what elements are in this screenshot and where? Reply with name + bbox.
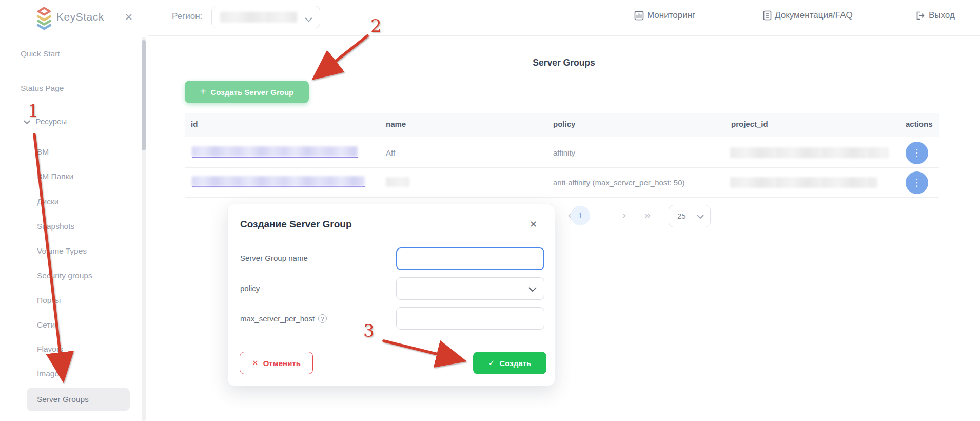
nav-logout[interactable]: Выход bbox=[915, 10, 955, 21]
sidebar-item-flavors[interactable]: Flavors bbox=[37, 345, 63, 354]
submit-create-button[interactable]: ✓ Создать bbox=[473, 352, 546, 374]
chevron-down-icon bbox=[528, 287, 537, 292]
page-size-value: 25 bbox=[677, 212, 686, 220]
sidebar-item-status-page[interactable]: Status Page bbox=[21, 84, 64, 93]
region-label: Регион: bbox=[172, 11, 202, 22]
cell-project-id-redacted bbox=[730, 177, 877, 188]
create-button-label: Создать Server Group bbox=[210, 88, 293, 97]
cell-name: Aff bbox=[386, 148, 395, 157]
sidebar-item-vm-folders[interactable]: ВМ Папки bbox=[37, 172, 73, 181]
field-label-server-group-name: Server Group name bbox=[240, 254, 308, 262]
column-header-name: name bbox=[386, 120, 406, 128]
pagination-next-icon[interactable]: › bbox=[622, 208, 626, 221]
chevron-down-icon bbox=[24, 117, 30, 126]
field-label-policy: policy bbox=[240, 284, 260, 293]
column-header-actions: actions bbox=[906, 120, 933, 128]
region-select[interactable] bbox=[211, 6, 320, 28]
row-actions-kebab-button[interactable]: ⋮ bbox=[906, 171, 928, 194]
max-server-per-host-input[interactable] bbox=[396, 307, 544, 330]
create-server-group-modal: Создание Server Group ✕ Server Group nam… bbox=[227, 204, 555, 386]
sidebar-item-ports[interactable]: Порты bbox=[37, 296, 61, 305]
sidebar-close-icon[interactable]: ✕ bbox=[125, 11, 133, 23]
id-link-redacted[interactable] bbox=[192, 146, 358, 158]
cancel-button-label: Отменить bbox=[263, 359, 301, 368]
document-icon bbox=[763, 10, 772, 21]
help-question-icon[interactable]: ? bbox=[318, 314, 327, 323]
region-value-redacted bbox=[220, 12, 297, 23]
column-header-project-id: project_id bbox=[731, 120, 768, 128]
cancel-button[interactable]: ✕ Отменить bbox=[240, 352, 313, 374]
table-header-row: id name policy project_id actions bbox=[185, 113, 939, 137]
table-row: Aff affinity ⋮ bbox=[185, 137, 939, 168]
cell-name-redacted bbox=[386, 177, 409, 187]
sidebar-group-resources[interactable]: Ресурсы bbox=[24, 117, 67, 126]
cell-policy: affinity bbox=[553, 148, 575, 157]
policy-select[interactable] bbox=[396, 277, 544, 300]
id-link-redacted[interactable] bbox=[192, 176, 365, 187]
sidebar-item-server-groups[interactable]: Server Groups bbox=[27, 388, 130, 411]
sidebar: KeyStack ✕ Quick Start Status Page Ресур… bbox=[0, 0, 148, 421]
chevron-down-icon bbox=[305, 15, 312, 24]
sidebar-item-vm[interactable]: ВМ bbox=[37, 147, 49, 157]
bar-chart-icon bbox=[634, 11, 644, 21]
create-server-group-button[interactable]: + Создать Server Group bbox=[185, 81, 309, 103]
modal-close-icon[interactable]: ✕ bbox=[530, 219, 537, 230]
sidebar-item-images[interactable]: Images bbox=[37, 369, 63, 378]
chevron-down-icon bbox=[697, 215, 704, 219]
cross-icon: ✕ bbox=[252, 358, 259, 368]
modal-title: Создание Server Group bbox=[240, 219, 352, 230]
pagination-last-icon[interactable]: » bbox=[644, 208, 651, 221]
sidebar-item-networks[interactable]: Сети bbox=[37, 320, 55, 330]
brand-title: KeyStack bbox=[56, 11, 104, 23]
keystack-logo-icon bbox=[36, 6, 52, 30]
nav-documentation[interactable]: Документация/FAQ bbox=[763, 10, 853, 21]
cell-policy: anti-affinity (max_server_per_host: 50) bbox=[553, 178, 685, 187]
sidebar-item-disks[interactable]: Диски bbox=[37, 197, 58, 206]
check-icon: ✓ bbox=[488, 358, 495, 368]
logout-icon bbox=[915, 11, 926, 21]
nav-monitoring-label: Мониторинг bbox=[647, 10, 695, 21]
cell-project-id-redacted bbox=[730, 147, 889, 158]
sidebar-item-security-groups[interactable]: Security groups bbox=[37, 271, 92, 280]
column-header-id: id bbox=[191, 120, 198, 128]
field-label-max-server-per-host: max_server_per_host ? bbox=[240, 314, 327, 323]
max-server-per-host-label-text: max_server_per_host bbox=[240, 314, 315, 323]
top-bar: Регион: Мониторинг Документация/FAQ Выхо… bbox=[148, 0, 980, 36]
server-group-name-input[interactable] bbox=[396, 247, 544, 270]
table-row: anti-affinity (max_server_per_host: 50) … bbox=[185, 168, 939, 198]
column-header-policy: policy bbox=[553, 120, 575, 128]
app-window: KeyStack ✕ Quick Start Status Page Ресур… bbox=[0, 0, 980, 421]
sidebar-group-label: Ресурсы bbox=[35, 117, 67, 126]
pagination-page-1[interactable]: 1 bbox=[571, 206, 590, 225]
page-size-select[interactable]: 25 bbox=[669, 205, 711, 227]
sidebar-item-quick-start[interactable]: Quick Start bbox=[21, 49, 60, 59]
nav-logout-label: Выход bbox=[929, 10, 955, 21]
nav-documentation-label: Документация/FAQ bbox=[775, 10, 853, 21]
row-actions-kebab-button[interactable]: ⋮ bbox=[906, 142, 928, 164]
plus-icon: + bbox=[200, 86, 206, 98]
sidebar-item-snapshots[interactable]: Snapshots bbox=[37, 222, 74, 231]
nav-monitoring[interactable]: Мониторинг bbox=[634, 10, 695, 21]
sidebar-item-volume-types[interactable]: Volume Types bbox=[37, 246, 87, 256]
page-title: Server Groups bbox=[148, 58, 980, 68]
sidebar-scrollbar-thumb[interactable] bbox=[142, 40, 146, 150]
submit-button-label: Создать bbox=[499, 359, 531, 368]
